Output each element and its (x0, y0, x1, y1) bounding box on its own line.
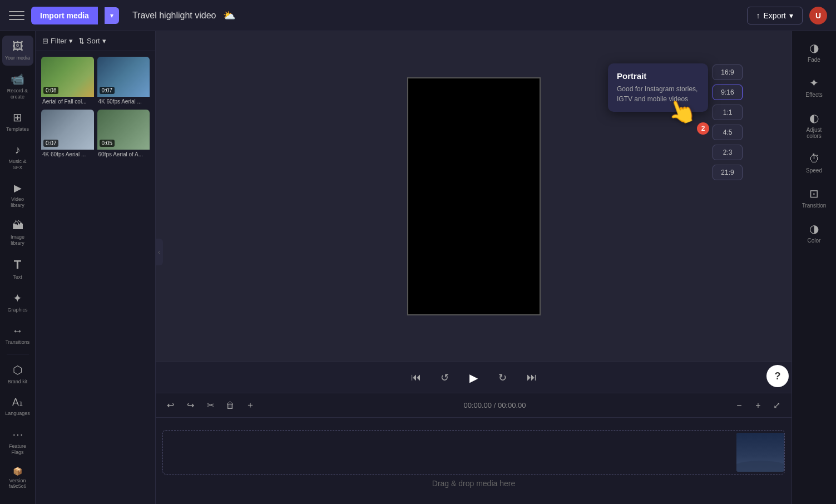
zoom-in-button[interactable]: + (750, 398, 766, 413)
filter-chevron: ▾ (69, 37, 73, 45)
sidebar-item-image-library[interactable]: 🏔 Image library (2, 215, 33, 251)
skip-forward-button[interactable]: ⏭ (523, 369, 541, 387)
thumbnail-name: 4K 60fps Aerial ... (97, 97, 150, 106)
sidebar-item-record-create[interactable]: 📹 Record & create (2, 68, 33, 105)
collapse-panel-handle[interactable]: ‹ (155, 239, 163, 265)
drag-drop-hint: Drag & drop media here (162, 475, 785, 492)
topbar: Import media ▾ Travel highlight video ⛅ … (0, 0, 836, 31)
canvas-area: Portrait Good for Instagram stories, IGT… (156, 31, 792, 504)
aspect-ratio-9-16[interactable]: 9:16 (713, 85, 743, 100)
aspect-ratio-4-5[interactable]: 4:5 (713, 125, 743, 140)
cloud-save-icon[interactable]: ⛅ (223, 9, 235, 22)
forward-button[interactable]: ↻ (494, 369, 512, 387)
export-icon: ↑ (756, 11, 760, 20)
tooltip-description: Good for Instagram stories, IGTV and mob… (617, 84, 699, 104)
sidebar-item-label-brand-kit: Brand kit (8, 379, 28, 385)
aspect-ratio-panel: 16:9 9:16 1:1 4:5 2:3 21:9 (713, 65, 743, 180)
version-icon: 📦 (13, 467, 22, 476)
import-media-button[interactable]: Import media (31, 7, 98, 24)
zoom-out-button[interactable]: − (731, 398, 747, 413)
timeline-area: ↩ ↪ ✂ 🗑 ＋ 00:00.00 / 00:00.00 − + ⤢ (156, 393, 792, 504)
right-sidebar: ◑ Fade ✦ Effects ◐ Adjust colors ⏱ Speed… (792, 31, 836, 504)
fit-timeline-button[interactable]: ⤢ (769, 398, 785, 413)
speed-icon: ⏱ (809, 152, 820, 165)
sidebar-item-feature-flags[interactable]: ⋯ Feature Flags (2, 423, 33, 460)
undo-button[interactable]: ↩ (162, 398, 178, 413)
sidebar-divider (7, 354, 29, 354)
export-dropdown-icon: ▾ (789, 11, 793, 20)
add-track-button[interactable]: ＋ (243, 398, 258, 413)
menu-icon[interactable] (9, 8, 24, 23)
redo-button[interactable]: ↪ (182, 398, 198, 413)
sidebar-item-text[interactable]: T Text (2, 253, 33, 285)
video-library-icon: ▶ (14, 182, 22, 194)
sidebar-item-your-media[interactable]: 🖼 Your media (2, 36, 33, 66)
right-sidebar-fade[interactable]: ◑ Fade (797, 36, 832, 68)
track-clip[interactable] (736, 433, 784, 472)
speed-label: Speed (806, 167, 822, 174)
clip-thumbnail (736, 433, 784, 472)
sidebar-item-graphics[interactable]: ✦ Graphics (2, 287, 33, 318)
sort-button[interactable]: ⇅ Sort ▾ (78, 37, 106, 45)
media-thumbnail[interactable]: 0:07 4K 60fps Aerial ... (41, 110, 94, 159)
rewind-button[interactable]: ↺ (436, 369, 454, 387)
media-thumbnail[interactable]: 0:08 Aerial of Fall col... (41, 57, 94, 106)
aspect-ratio-21-9[interactable]: 21:9 (713, 165, 743, 180)
import-media-dropdown-button[interactable]: ▾ (105, 7, 119, 24)
feature-flags-icon: ⋯ (12, 428, 23, 441)
svg-point-1 (736, 461, 784, 472)
sort-icon: ⇅ (78, 37, 85, 45)
languages-icon: A₁ (12, 396, 23, 408)
timeline-zoom-controls: − + ⤢ (731, 398, 785, 413)
sidebar-item-brand-kit[interactable]: ⬡ Brand kit (2, 359, 33, 389)
image-library-icon: 🏔 (12, 219, 23, 232)
sidebar-item-video-library[interactable]: ▶ Video library (2, 177, 33, 213)
timeline-toolbar: ↩ ↪ ✂ 🗑 ＋ 00:00.00 / 00:00.00 − + ⤢ (156, 393, 792, 418)
transition-icon: ⊡ (809, 187, 819, 200)
sidebar-item-transitions[interactable]: ↔ Transitions (2, 320, 33, 350)
delete-button[interactable]: 🗑 (222, 398, 238, 413)
sidebar-item-label-text: Text (13, 274, 22, 280)
duration-badge: 0:08 (43, 87, 58, 94)
sidebar-item-version[interactable]: 📦 Version fa9c5c6 (2, 462, 33, 495)
thumbnail-name: 60fps Aerial of A... (97, 150, 150, 159)
thumbnail-name: Aerial of Fall col... (41, 97, 94, 106)
cursor-step-badge: 2 (697, 122, 709, 135)
cut-button[interactable]: ✂ (202, 398, 218, 413)
sidebar-item-label-your-media: Your media (5, 55, 30, 61)
sidebar-item-languages[interactable]: A₁ Languages (2, 392, 33, 421)
brand-kit-icon: ⬡ (13, 363, 22, 377)
color-icon: ◑ (809, 222, 819, 235)
right-sidebar-adjust-colors[interactable]: ◐ Adjust colors (797, 106, 832, 145)
right-sidebar-color[interactable]: ◑ Color (797, 216, 832, 249)
help-button[interactable]: ? (766, 365, 789, 387)
play-button[interactable]: ▶ (465, 369, 483, 387)
media-panel-header: ⊟ Filter ▾ ⇅ Sort ▾ (36, 31, 155, 51)
aspect-ratio-2-3[interactable]: 2:3 (713, 145, 743, 160)
avatar[interactable]: U (809, 7, 827, 24)
sidebar-item-label-version: Version fa9c5c6 (4, 478, 31, 490)
effects-icon: ✦ (809, 76, 819, 90)
skip-back-button[interactable]: ⏮ (407, 369, 425, 387)
sidebar-item-templates[interactable]: ⊞ Templates (2, 106, 33, 137)
media-panel: ⊟ Filter ▾ ⇅ Sort ▾ 0:08 Aerial of Fall … (36, 31, 156, 504)
transitions-icon: ↔ (12, 324, 23, 337)
playback-controls: ⏮ ↺ ▶ ↻ ⏭ ⤢ (156, 362, 792, 393)
media-thumbnail[interactable]: 0:05 60fps Aerial of A... (97, 110, 150, 159)
right-sidebar-effects[interactable]: ✦ Effects (797, 71, 832, 103)
right-sidebar-speed[interactable]: ⏱ Speed (797, 147, 832, 179)
right-sidebar-transition[interactable]: ⊡ Transition (797, 181, 832, 214)
record-create-icon: 📹 (11, 72, 24, 86)
export-button[interactable]: ↑ Export ▾ (747, 7, 803, 24)
aspect-ratio-16-9[interactable]: 16:9 (713, 65, 743, 80)
aspect-ratio-1-1[interactable]: 1:1 (713, 105, 743, 120)
thumbnail-name: 4K 60fps Aerial ... (41, 150, 94, 159)
duration-badge: 0:05 (100, 140, 115, 147)
timeline-tracks: Drag & drop media here (156, 418, 792, 504)
graphics-icon: ✦ (13, 291, 22, 305)
filter-button[interactable]: ⊟ Filter ▾ (42, 37, 73, 45)
sidebar-item-music-sfx[interactable]: ♪ Music & SFX (2, 139, 33, 175)
media-thumbnail[interactable]: 0:07 4K 60fps Aerial ... (97, 57, 150, 106)
your-media-icon: 🖼 (12, 40, 23, 53)
sidebar-item-label-feature-flags: Feature Flags (4, 443, 31, 456)
